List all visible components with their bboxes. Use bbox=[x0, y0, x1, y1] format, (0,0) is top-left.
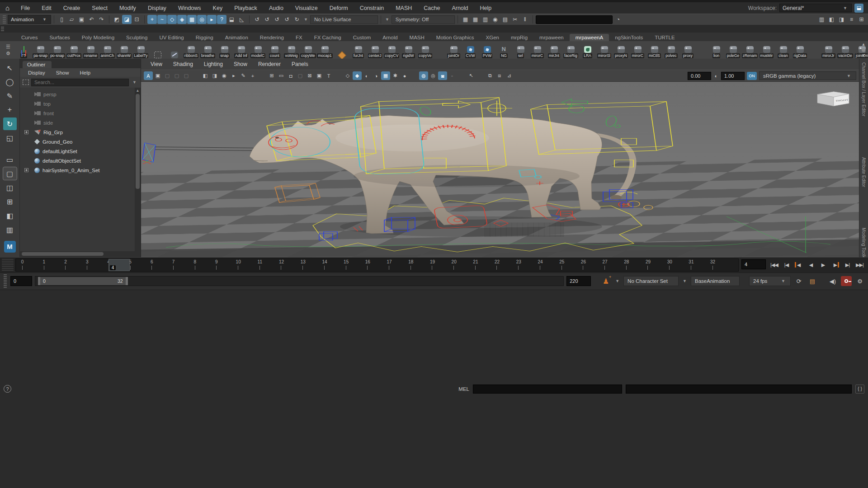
timeline-frame[interactable]: 16 bbox=[367, 259, 389, 271]
chevron-down-icon[interactable]: ▼ bbox=[681, 279, 688, 283]
shelf-tab[interactable]: Poly Modeling bbox=[76, 34, 120, 41]
textured-icon[interactable]: ▦ bbox=[381, 71, 390, 80]
shelf-button[interactable]: rigData bbox=[792, 42, 808, 58]
scene-canvas[interactable]: RIGHT bbox=[141, 82, 859, 257]
shelf-tab[interactable]: Arnold bbox=[377, 34, 403, 41]
step-forward-frame-button[interactable]: ▶| bbox=[842, 259, 853, 270]
shelf-button[interactable]: mirorC bbox=[629, 42, 646, 58]
outliner-item-top[interactable]: top bbox=[24, 99, 135, 108]
timeline-frame[interactable]: 5 bbox=[130, 259, 152, 271]
step-back-key-button[interactable]: ◀ bbox=[793, 259, 804, 270]
shelf-tab[interactable]: Surfaces bbox=[43, 34, 75, 41]
shelf-button[interactable]: proxy bbox=[679, 42, 696, 58]
scroll-up-icon[interactable]: ▲ bbox=[136, 89, 140, 93]
filter-icon[interactable] bbox=[23, 80, 29, 85]
add-bookmark-icon[interactable]: + bbox=[248, 71, 257, 80]
menu-item[interactable]: Create bbox=[57, 5, 86, 11]
menu-item[interactable]: File bbox=[15, 5, 36, 11]
expand-icon[interactable] bbox=[24, 168, 28, 172]
outliner-hscrollbar[interactable] bbox=[20, 251, 141, 257]
snap-help-icon[interactable]: ? bbox=[217, 15, 226, 24]
use-all-lights-icon[interactable]: ✱ bbox=[391, 71, 400, 80]
image-plane-icon[interactable]: ▢ bbox=[163, 71, 172, 80]
viewport-select-icon[interactable]: ↖ bbox=[467, 71, 476, 80]
construction-history-icon[interactable]: ↺ bbox=[282, 15, 292, 24]
use-default-material-icon[interactable]: ◑ bbox=[372, 71, 381, 80]
outliner-item-hair-system-anim-set[interactable]: hairSystem_0_Anim_Set bbox=[24, 165, 135, 175]
outliner-item-default-object-set[interactable]: defaultObjectSet bbox=[24, 156, 135, 165]
timeline-frame[interactable]: 10 bbox=[238, 259, 259, 271]
four-pane-layout-button[interactable]: ⊞ bbox=[3, 195, 17, 208]
shelf-button[interactable]: copyWe bbox=[300, 42, 316, 58]
shelf-tab[interactable]: Motion Graphics bbox=[430, 34, 480, 41]
single-pane-layout-button[interactable]: ▢ bbox=[3, 167, 17, 180]
timeline-frame[interactable]: 24 bbox=[540, 259, 561, 271]
search-input[interactable] bbox=[31, 79, 129, 86]
toggle-attribute-editor-icon[interactable]: ◧ bbox=[827, 15, 836, 24]
menu-item[interactable]: Windows bbox=[172, 5, 207, 11]
shelf-button[interactable]: mirorSl bbox=[596, 42, 613, 58]
speaker-icon[interactable]: ◀) bbox=[827, 276, 838, 286]
new-scene-icon[interactable]: ▯ bbox=[57, 15, 66, 24]
select-object-mode-icon[interactable]: ◪ bbox=[122, 15, 132, 24]
command-language-label[interactable]: MEL bbox=[458, 386, 469, 392]
shelf-button[interactable]: po-snap bbox=[49, 42, 66, 58]
shelf-button[interactable]: lion bbox=[708, 42, 725, 58]
shelf-tab[interactable]: mrpaween bbox=[533, 34, 570, 41]
shelf-button[interactable]: shareW bbox=[116, 42, 132, 58]
scroll-thumb[interactable] bbox=[136, 94, 140, 189]
shelf-scroll[interactable]: ▲ ▼ bbox=[860, 42, 867, 58]
camera-gate-icon[interactable]: ◉ bbox=[220, 71, 229, 80]
ipr-render-icon[interactable]: ▥ bbox=[481, 15, 490, 24]
timeline-frame[interactable]: 25 bbox=[561, 259, 583, 271]
bookmark-icon[interactable]: ▣ bbox=[153, 71, 162, 80]
shelf-button[interactable] bbox=[166, 42, 183, 58]
redo-icon[interactable]: ↷ bbox=[97, 15, 106, 24]
menu-item[interactable]: Select bbox=[86, 5, 113, 11]
input-connections-icon[interactable]: ↺ bbox=[252, 15, 262, 24]
gamma-field[interactable]: 1.00 bbox=[721, 72, 745, 80]
shelf-tab[interactable]: Custom bbox=[347, 34, 377, 41]
shelf-button[interactable]: mirorC bbox=[529, 42, 546, 58]
paint-select-tool[interactable]: ✎ bbox=[3, 89, 17, 102]
viewport-menu-item[interactable]: Show bbox=[229, 61, 252, 67]
chevron-down-icon[interactable]: ▼ bbox=[131, 80, 138, 84]
shelf-button[interactable]: ribbonS bbox=[183, 42, 199, 58]
lasso-select-tool[interactable]: ◯ bbox=[3, 75, 17, 88]
command-result-field[interactable] bbox=[626, 385, 852, 394]
scroll-down-icon[interactable]: ▼ bbox=[862, 53, 866, 58]
resolution-gate-icon[interactable]: ◘ bbox=[286, 71, 295, 80]
render-settings-icon[interactable]: ◉ bbox=[491, 15, 500, 24]
timeline-frame[interactable]: 18 bbox=[410, 259, 432, 271]
outliner-item-persp[interactable]: persp bbox=[24, 89, 135, 99]
shelf-tab[interactable]: ngSkinTools bbox=[609, 34, 649, 41]
exposure-field[interactable]: 0.00 bbox=[688, 72, 711, 80]
toggle-tool-settings-icon[interactable]: ◨ bbox=[837, 15, 846, 24]
snap-to-grids-icon[interactable]: + bbox=[147, 15, 157, 24]
shelf-tab[interactable]: MASH bbox=[404, 34, 430, 41]
shelf-button[interactable] bbox=[333, 42, 350, 58]
menuset-select[interactable]: Animation ▼ bbox=[8, 15, 51, 24]
bounding-box-icon[interactable]: ◐ bbox=[362, 71, 371, 80]
step-forward-key-button[interactable]: ▶ bbox=[830, 259, 841, 270]
home-icon[interactable]: ⌂ bbox=[5, 4, 9, 12]
range-slider-active[interactable]: 0 32 bbox=[38, 277, 128, 285]
isolate-select-icon[interactable]: ▫ bbox=[448, 71, 457, 80]
range-slider-track[interactable]: 0 32 bbox=[35, 276, 564, 286]
safe-action-icon[interactable]: ▣ bbox=[315, 71, 324, 80]
shelf-button[interactable]: copyVe bbox=[417, 42, 434, 58]
shelf-button[interactable]: mirJnt bbox=[546, 42, 562, 58]
view-cube[interactable]: RIGHT bbox=[817, 92, 849, 106]
anim-layer-select[interactable]: BaseAnimation bbox=[691, 276, 740, 286]
select-camera-icon[interactable]: ◧ bbox=[201, 71, 210, 80]
shelf-button[interactable] bbox=[434, 42, 445, 58]
lock-camera-icon[interactable]: ◨ bbox=[210, 71, 219, 80]
shelf-button[interactable]: copyCV bbox=[383, 42, 400, 58]
raise-panels-icon[interactable]: ⊞ bbox=[857, 15, 866, 24]
timeline-frame[interactable]: 0 bbox=[22, 259, 44, 271]
undo-icon[interactable]: ↶ bbox=[87, 15, 96, 24]
timeline-frame[interactable]: 12 bbox=[281, 259, 302, 271]
shelf-button[interactable]: animCh bbox=[99, 42, 116, 58]
launch-ipr-icon[interactable]: ▤ bbox=[500, 15, 510, 24]
command-input[interactable] bbox=[473, 385, 622, 394]
